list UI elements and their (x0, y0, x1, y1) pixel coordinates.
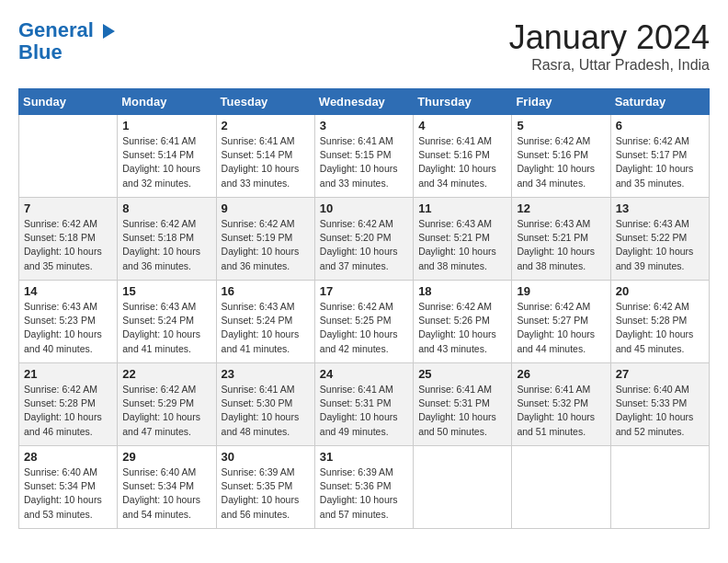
calendar-cell: 22Sunrise: 6:42 AM Sunset: 5:29 PM Dayli… (118, 363, 216, 446)
day-number: 19 (517, 284, 605, 298)
calendar-cell: 2Sunrise: 6:41 AM Sunset: 5:14 PM Daylig… (216, 115, 314, 198)
day-detail: Sunrise: 6:40 AM Sunset: 5:34 PM Dayligh… (122, 465, 210, 522)
calendar-table: SundayMondayTuesdayWednesdayThursdayFrid… (18, 88, 710, 529)
day-number: 29 (122, 450, 210, 464)
col-header-thursday: Thursday (414, 89, 512, 115)
day-number: 2 (222, 119, 310, 132)
day-detail: Sunrise: 6:42 AM Sunset: 5:17 PM Dayligh… (616, 134, 704, 190)
col-header-monday: Monday (118, 89, 216, 115)
calendar-cell: 10Sunrise: 6:42 AM Sunset: 5:20 PM Dayli… (314, 198, 413, 281)
calendar-cell (512, 446, 610, 529)
day-detail: Sunrise: 6:42 AM Sunset: 5:26 PM Dayligh… (418, 300, 506, 356)
logo-blue: Blue (18, 40, 115, 64)
day-number: 11 (418, 201, 506, 215)
col-header-saturday: Saturday (610, 89, 709, 115)
header: General Blue January 2024 Rasra, Uttar P… (18, 18, 710, 74)
calendar-cell: 6Sunrise: 6:42 AM Sunset: 5:17 PM Daylig… (610, 115, 709, 198)
day-number: 24 (320, 367, 408, 381)
col-header-tuesday: Tuesday (216, 89, 314, 115)
calendar-cell: 28Sunrise: 6:40 AM Sunset: 5:34 PM Dayli… (19, 446, 118, 529)
calendar-cell: 26Sunrise: 6:41 AM Sunset: 5:32 PM Dayli… (512, 363, 610, 446)
logo-general: General (18, 18, 94, 41)
calendar-cell: 23Sunrise: 6:41 AM Sunset: 5:30 PM Dayli… (216, 363, 314, 446)
day-number: 23 (222, 367, 310, 381)
day-number: 18 (418, 284, 506, 298)
day-number: 14 (24, 284, 112, 298)
day-detail: Sunrise: 6:39 AM Sunset: 5:35 PM Dayligh… (222, 465, 310, 522)
day-number: 1 (122, 119, 210, 132)
day-detail: Sunrise: 6:42 AM Sunset: 5:28 PM Dayligh… (24, 383, 112, 439)
day-number: 21 (24, 367, 112, 381)
day-detail: Sunrise: 6:43 AM Sunset: 5:24 PM Dayligh… (222, 300, 310, 356)
calendar-cell: 11Sunrise: 6:43 AM Sunset: 5:21 PM Dayli… (414, 198, 512, 281)
day-number: 20 (616, 284, 704, 298)
calendar-cell: 3Sunrise: 6:41 AM Sunset: 5:15 PM Daylig… (314, 115, 413, 198)
calendar-cell: 17Sunrise: 6:42 AM Sunset: 5:25 PM Dayli… (314, 281, 413, 363)
day-detail: Sunrise: 6:42 AM Sunset: 5:18 PM Dayligh… (122, 217, 210, 273)
calendar-cell: 19Sunrise: 6:42 AM Sunset: 5:27 PM Dayli… (512, 281, 610, 363)
day-number: 27 (616, 367, 704, 381)
day-detail: Sunrise: 6:42 AM Sunset: 5:18 PM Dayligh… (24, 217, 112, 273)
day-number: 4 (418, 119, 506, 132)
calendar-cell: 21Sunrise: 6:42 AM Sunset: 5:28 PM Dayli… (19, 363, 118, 446)
day-detail: Sunrise: 6:43 AM Sunset: 5:21 PM Dayligh… (517, 217, 605, 273)
day-detail: Sunrise: 6:42 AM Sunset: 5:25 PM Dayligh… (320, 300, 408, 356)
day-number: 31 (320, 450, 408, 464)
calendar-cell: 7Sunrise: 6:42 AM Sunset: 5:18 PM Daylig… (19, 198, 118, 281)
day-detail: Sunrise: 6:39 AM Sunset: 5:36 PM Dayligh… (320, 465, 408, 522)
day-number: 26 (517, 367, 605, 381)
day-number: 5 (517, 119, 605, 132)
calendar-cell: 25Sunrise: 6:41 AM Sunset: 5:31 PM Dayli… (414, 363, 512, 446)
day-number: 12 (517, 201, 605, 215)
day-detail: Sunrise: 6:42 AM Sunset: 5:27 PM Dayligh… (517, 300, 605, 356)
calendar-cell (414, 446, 512, 529)
calendar-cell: 27Sunrise: 6:40 AM Sunset: 5:33 PM Dayli… (610, 363, 709, 446)
day-detail: Sunrise: 6:42 AM Sunset: 5:20 PM Dayligh… (320, 217, 408, 273)
day-detail: Sunrise: 6:41 AM Sunset: 5:30 PM Dayligh… (222, 383, 310, 439)
calendar-cell: 24Sunrise: 6:41 AM Sunset: 5:31 PM Dayli… (314, 363, 413, 446)
title-block: January 2024 Rasra, Uttar Pradesh, India (509, 18, 710, 74)
calendar-cell: 1Sunrise: 6:41 AM Sunset: 5:14 PM Daylig… (118, 115, 216, 198)
calendar-cell: 13Sunrise: 6:43 AM Sunset: 5:22 PM Dayli… (610, 198, 709, 281)
day-detail: Sunrise: 6:41 AM Sunset: 5:14 PM Dayligh… (122, 134, 210, 190)
day-detail: Sunrise: 6:41 AM Sunset: 5:31 PM Dayligh… (320, 383, 408, 439)
day-number: 13 (616, 201, 704, 215)
logo-arrow-shape (103, 24, 115, 39)
calendar-cell: 14Sunrise: 6:43 AM Sunset: 5:23 PM Dayli… (19, 281, 118, 363)
day-number: 22 (122, 367, 210, 381)
day-number: 28 (24, 450, 112, 464)
month-title: January 2024 (509, 18, 710, 57)
calendar-cell: 12Sunrise: 6:43 AM Sunset: 5:21 PM Dayli… (512, 198, 610, 281)
calendar-cell: 9Sunrise: 6:42 AM Sunset: 5:19 PM Daylig… (216, 198, 314, 281)
day-number: 8 (122, 201, 210, 215)
col-header-wednesday: Wednesday (314, 89, 413, 115)
day-number: 6 (616, 119, 704, 132)
calendar-cell: 4Sunrise: 6:41 AM Sunset: 5:16 PM Daylig… (414, 115, 512, 198)
calendar-cell: 8Sunrise: 6:42 AM Sunset: 5:18 PM Daylig… (118, 198, 216, 281)
day-detail: Sunrise: 6:42 AM Sunset: 5:28 PM Dayligh… (616, 300, 704, 356)
day-detail: Sunrise: 6:42 AM Sunset: 5:29 PM Dayligh… (122, 383, 210, 439)
day-detail: Sunrise: 6:40 AM Sunset: 5:33 PM Dayligh… (616, 383, 704, 439)
day-number: 9 (222, 201, 310, 215)
day-detail: Sunrise: 6:40 AM Sunset: 5:34 PM Dayligh… (24, 465, 112, 522)
day-number: 10 (320, 201, 408, 215)
day-detail: Sunrise: 6:41 AM Sunset: 5:15 PM Dayligh… (320, 134, 408, 190)
day-number: 16 (222, 284, 310, 298)
day-detail: Sunrise: 6:43 AM Sunset: 5:22 PM Dayligh… (616, 217, 704, 273)
day-detail: Sunrise: 6:41 AM Sunset: 5:14 PM Dayligh… (222, 134, 310, 190)
calendar-cell: 20Sunrise: 6:42 AM Sunset: 5:28 PM Dayli… (610, 281, 709, 363)
calendar-cell: 30Sunrise: 6:39 AM Sunset: 5:35 PM Dayli… (216, 446, 314, 529)
day-detail: Sunrise: 6:41 AM Sunset: 5:32 PM Dayligh… (517, 383, 605, 439)
col-header-friday: Friday (512, 89, 610, 115)
location: Rasra, Uttar Pradesh, India (509, 57, 710, 74)
day-number: 7 (24, 201, 112, 215)
calendar-cell (610, 446, 709, 529)
day-detail: Sunrise: 6:42 AM Sunset: 5:16 PM Dayligh… (517, 134, 605, 190)
day-detail: Sunrise: 6:41 AM Sunset: 5:31 PM Dayligh… (418, 383, 506, 439)
calendar-cell: 18Sunrise: 6:42 AM Sunset: 5:26 PM Dayli… (414, 281, 512, 363)
day-number: 15 (122, 284, 210, 298)
calendar-cell: 29Sunrise: 6:40 AM Sunset: 5:34 PM Dayli… (118, 446, 216, 529)
day-detail: Sunrise: 6:41 AM Sunset: 5:16 PM Dayligh… (418, 134, 506, 190)
day-number: 25 (418, 367, 506, 381)
day-detail: Sunrise: 6:43 AM Sunset: 5:23 PM Dayligh… (24, 300, 112, 356)
